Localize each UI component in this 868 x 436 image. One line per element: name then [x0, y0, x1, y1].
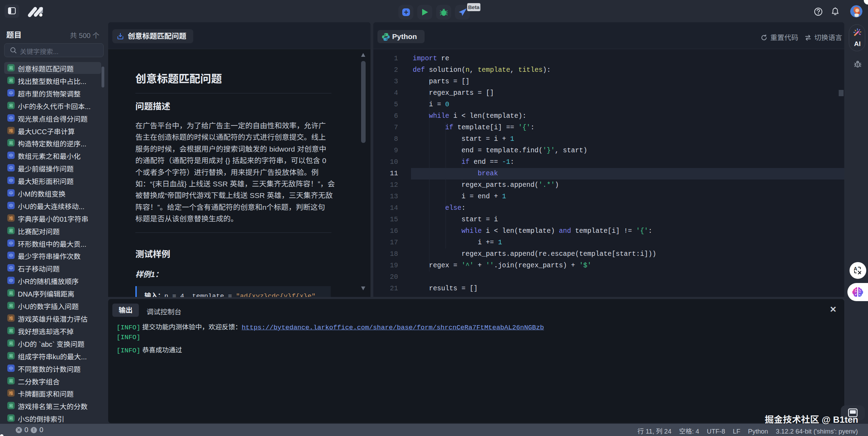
svg-text:A: A [854, 266, 857, 271]
